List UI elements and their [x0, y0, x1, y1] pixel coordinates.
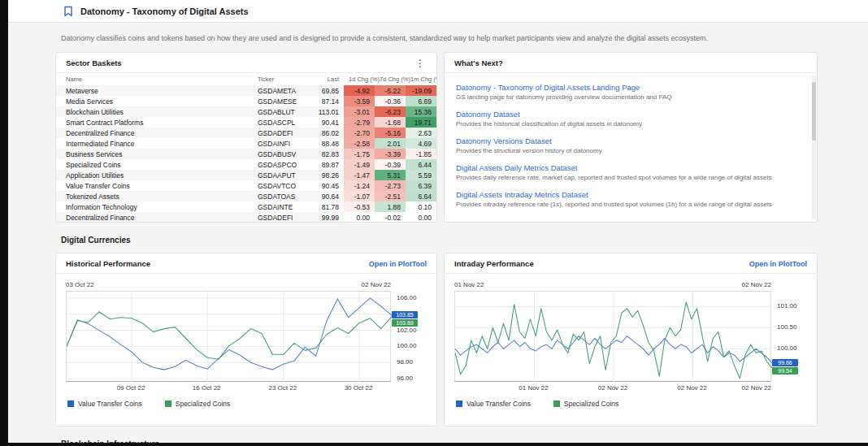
table-row[interactable]: MetaverseGSDAMETA69.85-4.92-5.22-19.09 — [56, 85, 436, 96]
basket-7d-chg: -0.36 — [375, 96, 406, 106]
basket-1d-chg: -1.47 — [344, 170, 375, 180]
y-tick-label: 106.00 — [397, 294, 416, 301]
basket-1m-chg: -1.85 — [406, 149, 436, 159]
y-tick-label: 101.00 — [777, 302, 796, 310]
column-header[interactable]: Last — [303, 73, 344, 85]
whats-next-desc: GS landing page for datonomy providing o… — [456, 93, 802, 101]
basket-1d-chg: -3.01 — [344, 106, 375, 117]
basket-7d-chg: 5.31 — [375, 170, 406, 180]
column-header[interactable]: 7d Chg (%) — [375, 73, 406, 85]
basket-1m-chg: 6.64 — [406, 191, 436, 201]
basket-1d-chg: -1.24 — [344, 180, 375, 191]
table-row[interactable]: Information TechnologyGSDAINTE81.78-0.53… — [56, 201, 436, 212]
basket-name: Metaverse — [56, 85, 253, 96]
whats-next-desc: Provides the structural version history … — [456, 147, 802, 154]
table-row[interactable]: Business ServicesGSDABUSV82.83-1.75-3.39… — [56, 149, 436, 159]
x-tick-label: 02 Nov 22 — [677, 384, 706, 392]
basket-1d-chg: -2.70 — [344, 128, 375, 138]
scrollbar-track[interactable] — [812, 76, 816, 219]
table-row[interactable]: Decentralized FinanceGSDADEFI99.990.00-0… — [56, 212, 436, 223]
basket-7d-chg: -0.02 — [375, 212, 406, 223]
legend-label: Value Transfer Coins — [467, 400, 531, 408]
basket-ticker: GSDAINTE — [253, 201, 303, 212]
sector-baskets-table: NameTickerLast1d Chg (%)7d Chg (%)1m Chg… — [56, 73, 436, 223]
basket-7d-chg: -1.68 — [375, 117, 406, 128]
basket-ticker: GSDADEFI — [253, 128, 303, 138]
chart-title: Intraday Performance — [454, 259, 534, 268]
whats-next-title: What's Next? — [454, 58, 503, 67]
chart-start-date: 03 Oct 22 — [66, 281, 94, 288]
basket-ticker: GSDADEFI — [253, 212, 303, 223]
table-row[interactable]: Media ServicesGSDAMESE87.14-3.59-0.366.6… — [56, 96, 436, 106]
chart-start-date: 01 Nov 22 — [454, 281, 484, 288]
table-row[interactable]: Blockchain UtilitiesGSDABLUT113.01-3.01-… — [56, 106, 436, 117]
whats-next-item: Datonomy Versions DatasetProvides the st… — [456, 136, 802, 154]
basket-1d-chg: -4.92 — [344, 85, 375, 96]
basket-name: Business Services — [56, 149, 253, 159]
basket-last: 98.26 — [303, 170, 344, 180]
last-value-badge: 99.54 — [772, 367, 798, 375]
column-header[interactable]: Ticker — [253, 73, 303, 85]
whats-next-item: Datonomy - Taxonomy of Digital Assets La… — [456, 83, 802, 101]
basket-name: Specialized Coins — [56, 159, 253, 170]
legend-label: Specialized Coins — [176, 400, 231, 408]
open-in-plottool-link[interactable]: Open in PlotTool — [369, 260, 427, 268]
plot-area[interactable] — [66, 291, 391, 382]
basket-name: Information Technology — [56, 201, 253, 212]
basket-name: Blockchain Utilities — [56, 106, 253, 117]
chart-end-date: 02 Nov 22 — [362, 281, 391, 288]
basket-ticker: GSDASCPL — [253, 117, 303, 128]
legend-item: Specialized Coins — [553, 400, 619, 408]
whats-next-item: Digital Assets Daily Metrics DatasetProv… — [456, 163, 802, 181]
x-tick-label: 02 Nov 22 — [598, 384, 627, 392]
legend-item: Specialized Coins — [165, 400, 231, 408]
plot-area[interactable] — [454, 291, 771, 382]
table-row[interactable]: Decentralized FinanceGSDADEFI86.02-2.70-… — [56, 128, 436, 138]
basket-last: 90.41 — [303, 117, 344, 128]
legend-swatch — [165, 401, 171, 407]
whats-next-link[interactable]: Digital Assets Daily Metrics Dataset — [456, 163, 802, 172]
basket-ticker: GSDATOAS — [253, 191, 303, 201]
whats-next-card: What's Next? Datonomy - Taxonomy of Digi… — [444, 52, 818, 223]
whats-next-link[interactable]: Datonomy Dataset — [456, 110, 802, 119]
whats-next-item: Datonomy DatasetProvides the historical … — [456, 110, 802, 128]
basket-last: 82.83 — [303, 149, 344, 159]
whats-next-link[interactable]: Datonomy - Taxonomy of Digital Assets La… — [456, 83, 802, 92]
basket-1m-chg: 0.00 — [406, 212, 436, 223]
bookmark-icon[interactable] — [63, 6, 73, 17]
whats-next-link[interactable]: Digital Assets Intraday Metrics Dataset — [456, 190, 802, 199]
section-digital-currencies: Digital Currencies — [61, 236, 868, 245]
basket-7d-chg: 2.01 — [375, 138, 406, 149]
table-row[interactable]: Intermediated FinanceGSDAINFI88.48-2.582… — [56, 138, 436, 149]
top-row: Sector Baskets ⋮ NameTickerLast1d Chg (%… — [55, 52, 868, 223]
table-row[interactable]: Tokenized AssetsGSDATOAS90.64-1.07-2.516… — [56, 191, 436, 201]
scrollbar-thumb[interactable] — [812, 82, 816, 141]
chart-legend: Value Transfer CoinsSpecialized Coins — [454, 393, 807, 408]
table-row[interactable]: Specialized CoinsGSDASPCO89.87-1.49-0.39… — [56, 159, 436, 170]
whats-next-desc: Provides daily reference rate, market ca… — [456, 174, 802, 181]
open-in-plottool-link[interactable]: Open in PlotTool — [749, 260, 807, 268]
basket-ticker: GSDABUSV — [253, 149, 303, 159]
legend-label: Value Transfer Coins — [78, 400, 142, 408]
basket-last: 90.45 — [303, 180, 344, 191]
table-row[interactable]: Smart Contract PlatformsGSDASCPL90.41-2.… — [56, 117, 436, 128]
basket-last: 89.87 — [303, 159, 344, 170]
table-header-row: NameTickerLast1d Chg (%)7d Chg (%)1m Chg… — [56, 73, 436, 85]
basket-ticker: GSDAINFI — [253, 138, 303, 149]
whats-next-link[interactable]: Datonomy Versions Dataset — [456, 136, 802, 145]
column-header[interactable]: Name — [56, 73, 253, 85]
chart-legend: Value Transfer CoinsSpecialized Coins — [66, 393, 427, 408]
x-axis: 01 Nov 2202 Nov 2202 Nov 2202 Nov 22 — [454, 384, 807, 393]
basket-last: 69.85 — [303, 85, 344, 96]
charts-row: Historical Performance Open in PlotTool … — [55, 253, 868, 427]
basket-ticker: GSDAMETA — [253, 85, 303, 96]
table-row[interactable]: Application UtilitiesGSDAAPUT98.26-1.475… — [56, 170, 436, 180]
basket-1d-chg: 0.00 — [344, 212, 375, 223]
table-row[interactable]: Value Transfer CoinsGSDAVTCO90.45-1.24-2… — [56, 180, 436, 191]
column-header[interactable]: 1d Chg (%) — [344, 73, 375, 85]
column-header[interactable]: 1m Chg (%) — [406, 73, 436, 85]
basket-last: 99.99 — [303, 212, 344, 223]
basket-1m-chg: -19.09 — [406, 85, 436, 96]
kebab-menu-icon[interactable]: ⋮ — [414, 59, 427, 67]
x-axis: 09 Oct 2216 Oct 2223 Oct 2230 Oct 22 — [66, 384, 427, 393]
